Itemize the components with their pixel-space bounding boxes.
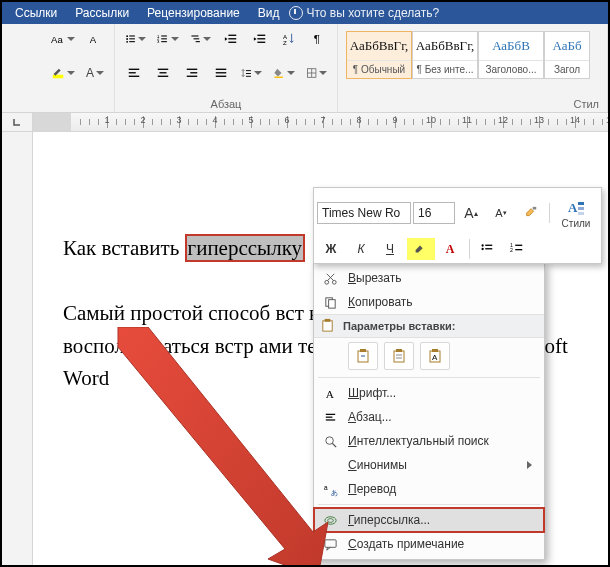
- svg-rect-35: [187, 76, 198, 77]
- italic-button[interactable]: К: [347, 238, 375, 260]
- svg-rect-31: [160, 72, 167, 73]
- highlight-button[interactable]: [407, 238, 435, 260]
- svg-rect-16: [193, 38, 199, 39]
- menu-label: Вырезать: [348, 271, 532, 285]
- shading-button[interactable]: [269, 62, 298, 84]
- style-heading2[interactable]: АаБб Загол: [544, 31, 590, 79]
- tab-mailings[interactable]: Рассылки: [66, 2, 138, 24]
- font-color-button[interactable]: A: [82, 62, 108, 84]
- submenu-arrow-icon: [527, 461, 532, 469]
- style-name: Загол: [545, 60, 589, 78]
- font-color-mini-button[interactable]: A: [437, 238, 465, 260]
- group-label-styles: Стил: [344, 96, 607, 110]
- svg-rect-33: [187, 69, 198, 70]
- text-fragment[interactable]: Как вставить: [63, 236, 185, 260]
- bullets-mini-button[interactable]: [474, 238, 502, 260]
- align-right-button[interactable]: [179, 62, 205, 84]
- format-painter-button[interactable]: [517, 202, 545, 224]
- paragraph-dialog-icon: [320, 410, 340, 425]
- text-highlight-button[interactable]: [47, 62, 79, 84]
- underline-button[interactable]: Ч: [377, 238, 405, 260]
- menu-font[interactable]: A Шрифт...: [314, 381, 544, 405]
- svg-rect-49: [578, 207, 584, 210]
- menu-copy[interactable]: Копировать: [314, 290, 544, 314]
- numbering-mini-button[interactable]: 12: [504, 238, 532, 260]
- tell-me-label: Что вы хотите сделать?: [307, 6, 440, 20]
- menu-synonyms[interactable]: Синонимы: [314, 453, 544, 477]
- tab-view[interactable]: Вид: [249, 2, 289, 24]
- menu-hyperlink[interactable]: Гиперссылка...: [314, 508, 544, 532]
- tab-selector[interactable]: [2, 113, 33, 131]
- selected-text[interactable]: гиперссылку: [185, 234, 306, 262]
- svg-rect-14: [162, 41, 168, 42]
- increase-indent-button[interactable]: [247, 28, 273, 50]
- style-normal[interactable]: АаБбВвГг, ¶ Обычный: [346, 31, 412, 79]
- svg-rect-81: [324, 539, 335, 547]
- bold-button[interactable]: Ж: [317, 238, 345, 260]
- line-spacing-button[interactable]: [237, 62, 266, 84]
- show-marks-button[interactable]: ¶: [305, 28, 331, 50]
- svg-rect-66: [360, 349, 366, 352]
- multilevel-list-button[interactable]: [186, 28, 215, 50]
- svg-rect-21: [257, 35, 265, 36]
- menu-smart-lookup[interactable]: Интеллектуальный поиск: [314, 429, 544, 453]
- menu-new-comment[interactable]: Создать примечание: [314, 532, 544, 556]
- svg-rect-37: [216, 72, 227, 73]
- ribbon-group-font-partial: Aa A A: [2, 24, 115, 112]
- paste-options-row: A: [314, 338, 544, 374]
- svg-point-59: [324, 280, 328, 284]
- ruler-scale[interactable]: 12345678910111213141516: [33, 113, 608, 131]
- svg-rect-12: [162, 38, 168, 39]
- sort-button[interactable]: AZ: [276, 28, 302, 50]
- svg-rect-54: [485, 248, 492, 249]
- svg-point-80: [324, 516, 335, 524]
- menu-translate[interactable]: аあ Перевод: [314, 477, 544, 501]
- paste-keep-source-button[interactable]: [348, 342, 378, 370]
- style-sample: АаБб: [545, 32, 589, 60]
- bullets-button[interactable]: [121, 28, 150, 50]
- style-no-spacing[interactable]: АаБбВвГг, ¶ Без инте...: [412, 31, 478, 79]
- horizontal-ruler[interactable]: 12345678910111213141516: [2, 113, 608, 132]
- change-case-button[interactable]: A: [82, 28, 108, 50]
- align-center-button[interactable]: [150, 62, 176, 84]
- copy-icon: [320, 295, 340, 310]
- tab-review[interactable]: Рецензирование: [138, 2, 249, 24]
- svg-rect-2: [53, 75, 64, 79]
- svg-rect-15: [191, 35, 198, 36]
- numbering-button[interactable]: 123: [153, 28, 182, 50]
- paste-merge-button[interactable]: [384, 342, 414, 370]
- scissors-icon: [320, 271, 340, 286]
- font-name-combo[interactable]: Times New Ro: [317, 202, 411, 224]
- tab-references[interactable]: Ссылки: [6, 2, 66, 24]
- svg-line-77: [332, 443, 336, 447]
- styles-pane-button[interactable]: A Стили: [554, 191, 598, 235]
- svg-point-51: [481, 244, 483, 246]
- menu-cut[interactable]: Вырезать: [314, 266, 544, 290]
- font-size-combo[interactable]: 16: [413, 202, 455, 224]
- decrease-indent-button[interactable]: [218, 28, 244, 50]
- justify-button[interactable]: [208, 62, 234, 84]
- ribbon-group-paragraph: 123 AZ ¶ Абзац: [115, 24, 338, 112]
- tell-me-search[interactable]: Что вы хотите сделать?: [289, 6, 440, 20]
- svg-rect-10: [162, 35, 168, 36]
- document-page[interactable]: Как вставить гиперссылку Самый простой с…: [33, 132, 608, 565]
- vertical-ruler[interactable]: [2, 132, 33, 565]
- style-heading1[interactable]: АаБбВ Заголово...: [478, 31, 544, 79]
- svg-text:а: а: [323, 484, 327, 491]
- clear-formatting-button[interactable]: Aa: [47, 28, 79, 50]
- context-menu: Вырезать Копировать Параметры вставки: A…: [313, 262, 545, 560]
- svg-point-60: [332, 280, 336, 284]
- paste-text-only-button[interactable]: A: [420, 342, 450, 370]
- grow-font-button[interactable]: A▴: [457, 202, 485, 224]
- lightbulb-icon: [289, 6, 303, 20]
- svg-rect-41: [246, 76, 251, 77]
- svg-rect-20: [228, 42, 236, 43]
- align-left-button[interactable]: [121, 62, 147, 84]
- svg-rect-75: [325, 419, 334, 420]
- borders-button[interactable]: [302, 62, 331, 84]
- shrink-font-button[interactable]: A▾: [487, 202, 515, 224]
- svg-rect-22: [257, 38, 265, 39]
- menu-paragraph[interactable]: Абзац...: [314, 405, 544, 429]
- svg-rect-62: [328, 299, 335, 307]
- comment-icon: [320, 537, 340, 552]
